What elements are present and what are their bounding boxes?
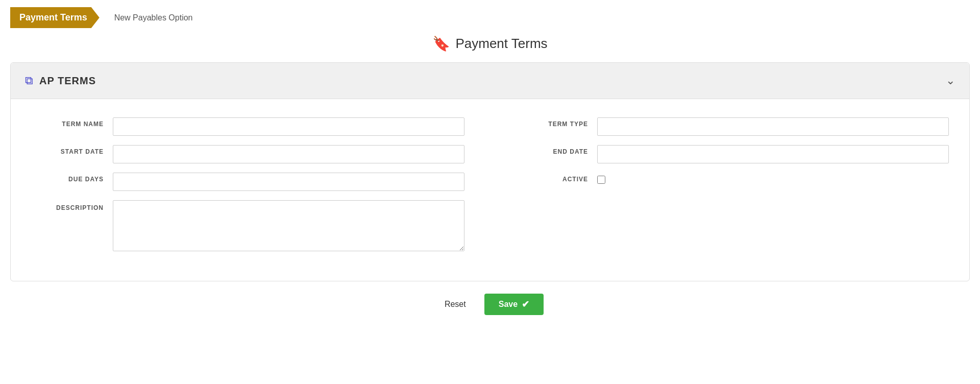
end-date-input[interactable]: [597, 145, 949, 163]
section-header: ⧉ AP TERMS ⌄: [11, 63, 969, 99]
check-circle-icon: ✔: [522, 299, 529, 310]
active-label: ACTIVE: [516, 173, 597, 183]
end-date-label: END DATE: [516, 145, 597, 155]
main-card: ⧉ AP TERMS ⌄ TERM NAME START DATE DUE DA…: [10, 62, 970, 281]
form-area: TERM NAME START DATE DUE DAYS DESCRIPTIO…: [11, 99, 969, 281]
term-name-row: TERM NAME: [31, 117, 464, 136]
term-name-label: TERM NAME: [31, 117, 113, 128]
copy-icon: ⧉: [25, 74, 33, 87]
reset-button[interactable]: Reset: [436, 296, 474, 313]
breadcrumb-active-label: Payment Terms: [19, 12, 87, 22]
form-left: TERM NAME START DATE DUE DAYS DESCRIPTIO…: [31, 117, 464, 260]
start-date-label: START DATE: [31, 145, 113, 155]
due-days-input[interactable]: [113, 173, 464, 191]
due-days-label: DUE DAYS: [31, 173, 113, 183]
section-title: AP TERMS: [39, 75, 96, 87]
form-right: TERM TYPE END DATE ACTIVE: [516, 117, 949, 260]
breadcrumb-active-item[interactable]: Payment Terms: [10, 7, 100, 28]
description-row: DESCRIPTION: [31, 200, 464, 251]
page-title-area: 🔖 Payment Terms: [0, 35, 980, 52]
save-label: Save: [499, 300, 518, 309]
term-type-label: TERM TYPE: [516, 117, 597, 128]
term-type-input[interactable]: [597, 117, 949, 136]
description-label: DESCRIPTION: [31, 200, 113, 211]
active-row: ACTIVE: [516, 173, 949, 184]
form-grid: TERM NAME START DATE DUE DAYS DESCRIPTIO…: [31, 117, 949, 260]
start-date-row: START DATE: [31, 145, 464, 163]
save-button[interactable]: Save ✔: [484, 294, 544, 315]
page-title: Payment Terms: [455, 36, 547, 52]
end-date-row: END DATE: [516, 145, 949, 163]
active-checkbox[interactable]: [597, 176, 605, 184]
breadcrumb: Payment Terms New Payables Option: [0, 0, 980, 35]
action-area: Reset Save ✔: [0, 281, 980, 327]
chevron-down-icon[interactable]: ⌄: [946, 74, 955, 87]
term-name-input[interactable]: [113, 117, 464, 136]
start-date-input[interactable]: [113, 145, 464, 163]
bookmark-icon: 🔖: [432, 35, 450, 52]
term-type-row: TERM TYPE: [516, 117, 949, 136]
breadcrumb-separator: [105, 13, 109, 22]
due-days-row: DUE DAYS: [31, 173, 464, 191]
section-header-left: ⧉ AP TERMS: [25, 74, 96, 87]
breadcrumb-current-label: New Payables Option: [114, 13, 193, 22]
description-input[interactable]: [113, 200, 464, 251]
